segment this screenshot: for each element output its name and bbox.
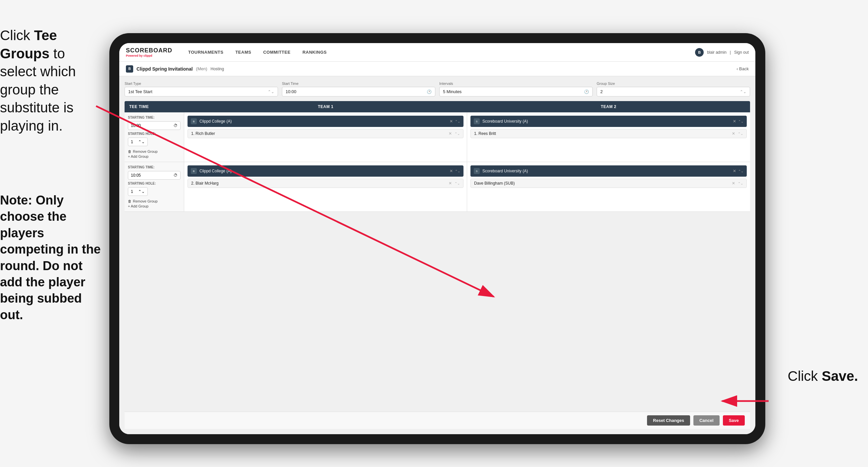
settings-row: Start Type 1st Tee Start ⌃⌄ Start Time 1… [125,82,750,96]
intervals-input[interactable]: 5 Minutes 🕐 [439,87,593,96]
group-2-actions: 🗑 Remove Group + Add Group [128,199,181,208]
hole-spinner-icon: ⌃⌄ [138,140,145,144]
group-1-team1-header[interactable]: B Clippd College (A) ✕ ⌃⌄ [187,116,464,127]
table-row: STARTING TIME: 10:00 ⏱ STARTING HOLE: 1 … [125,112,750,162]
group-1-starting-time-label: STARTING TIME: [128,116,181,119]
team2-arrows-icon[interactable]: ⌃⌄ [738,120,743,123]
group-1-time-input[interactable]: 10:00 ⏱ [128,121,181,130]
start-time-label: Start Time [282,82,435,86]
add-group-button[interactable]: + Add Group [128,154,181,158]
team2-remove-icon-2[interactable]: ✕ [733,169,736,173]
group-size-group: Group Size 2 ⌃⌄ [597,82,750,96]
footer-bar: Reset Changes Cancel Save [125,412,750,429]
user-name: blair admin [707,50,726,55]
sub-header-left: B Clippd Spring Invitational (Men) Hosti… [126,65,737,72]
group-1-starting-hole-label: STARTING HOLE: [128,132,181,136]
player3-arrows-icon[interactable]: ⌃⌄ [455,182,460,185]
team1-remove-icon-2[interactable]: ✕ [450,169,453,173]
start-type-spinner-icon: ⌃⌄ [268,89,274,94]
tablet-frame: SCOREBOARD Powered by clippd TOURNAMENTS… [109,33,765,444]
intervals-clock-icon: 🕐 [584,89,589,94]
save-button[interactable]: Save [723,415,745,426]
cancel-button[interactable]: Cancel [693,415,720,426]
team1-actions: ✕ ⌃⌄ [450,119,460,124]
player3-remove-icon[interactable]: ✕ [448,181,452,185]
nav-separator: | [730,50,731,55]
group-2-team2-player[interactable]: Dave Billingham (SUB) ✕ ⌃⌄ [470,179,747,188]
nav-right: B blair admin | Sign out [695,48,749,57]
group-2-time-input[interactable]: 10:05 ⏱ [128,171,181,180]
group-size-input[interactable]: 2 ⌃⌄ [597,87,750,96]
navbar: SCOREBOARD Powered by clippd TOURNAMENTS… [119,43,755,62]
group-1-hole-input[interactable]: 1 ⌃⌄ [128,138,148,146]
reset-changes-button[interactable]: Reset Changes [647,415,690,426]
tablet-screen: SCOREBOARD Powered by clippd TOURNAMENTS… [119,43,755,434]
tournament-gender: (Men) [196,66,207,71]
start-type-input[interactable]: 1st Tee Start ⌃⌄ [125,87,278,96]
note-text: Note: Only choose the players competing … [0,192,103,323]
trash-icon: 🗑 [128,149,131,153]
th-team1: Team 1 [184,101,467,112]
team2-actions: ✕ ⌃⌄ [733,119,743,124]
start-time-group: Start Time 10:00 🕐 [282,82,435,96]
group-2-team1-cell: B Clippd College (A) ✕ ⌃⌄ 2. Blair McHar… [184,162,467,211]
group-1-team1-cell: B Clippd College (A) ✕ ⌃⌄ 1. Rich Butler… [184,112,467,162]
group-2-team1-player[interactable]: 2. Blair McHarg ✕ ⌃⌄ [187,179,464,188]
tournament-name: Clippd Spring Invitational [136,66,193,71]
player2-remove-icon[interactable]: ✕ [732,131,735,136]
add-group-2-button[interactable]: + Add Group [128,204,181,208]
back-button[interactable]: ‹ Back [737,66,749,71]
nav-rankings[interactable]: RANKINGS [297,43,333,62]
remove-group-2-button[interactable]: 🗑 Remove Group [128,199,181,203]
team1-arrows-icon-2[interactable]: ⌃⌄ [455,169,460,173]
group-1-team1-player[interactable]: 1. Rich Butler ✕ ⌃⌄ [187,129,464,138]
group-1-team2-header[interactable]: S Scoreboard University (A) ✕ ⌃⌄ [470,116,747,127]
trash-icon-2: 🗑 [128,199,131,203]
group-2-starting-time-label: STARTING TIME: [128,166,181,169]
team2-remove-icon[interactable]: ✕ [733,119,736,124]
sub-header: B Clippd Spring Invitational (Men) Hosti… [119,62,755,76]
group-2-team2-header[interactable]: S Scoreboard University (A) ✕ ⌃⌄ [470,166,747,177]
player1-arrows-icon[interactable]: ⌃⌄ [455,132,460,136]
group-2-team2-name: Scoreboard University (A) [483,169,730,173]
team1-actions-2: ✕ ⌃⌄ [450,169,460,173]
hosting-badge: Hosting [211,67,224,71]
groups-container: STARTING TIME: 10:00 ⏱ STARTING HOLE: 1 … [125,112,750,412]
group-1-team2-cell: S Scoreboard University (A) ✕ ⌃⌄ 1. Rees… [467,112,750,162]
team1-remove-icon[interactable]: ✕ [450,119,453,124]
team2-badge-2: S [474,168,480,174]
main-content: Start Type 1st Tee Start ⌃⌄ Start Time 1… [119,76,755,434]
remove-group-button[interactable]: 🗑 Remove Group [128,149,181,153]
start-type-group: Start Type 1st Tee Start ⌃⌄ [125,82,278,96]
start-time-input[interactable]: 10:00 🕐 [282,87,435,96]
group-2-team1-header[interactable]: B Clippd College (A) ✕ ⌃⌄ [187,166,464,177]
team2-arrows-icon-2[interactable]: ⌃⌄ [738,169,743,173]
nav-links: TOURNAMENTS TEAMS COMMITTEE RANKINGS [182,43,695,62]
team1-badge-2: B [191,168,197,174]
player2-arrows-icon[interactable]: ⌃⌄ [738,132,743,136]
logo-powered: Powered by clippd [126,54,172,57]
group-2-hole-input[interactable]: 1 ⌃⌄ [128,187,148,196]
group-size-spinner-icon: ⌃⌄ [740,89,746,94]
tournament-badge: B [126,65,133,72]
group-1-team2-name: Scoreboard University (A) [483,119,730,124]
player4-remove-icon[interactable]: ✕ [732,181,735,185]
intervals-group: Intervals 5 Minutes 🕐 [439,82,593,96]
team1-arrows-icon[interactable]: ⌃⌄ [455,120,460,123]
group-2-left: STARTING TIME: 10:05 ⏱ STARTING HOLE: 1 … [125,162,184,211]
instruction-text: Click Tee Groups to select which group t… [0,27,103,135]
player4-arrows-icon[interactable]: ⌃⌄ [738,182,743,185]
group-1-team2-player[interactable]: 1. Rees Britt ✕ ⌃⌄ [470,129,747,138]
start-type-label: Start Type [125,82,278,86]
group-1-left: STARTING TIME: 10:00 ⏱ STARTING HOLE: 1 … [125,112,184,162]
nav-teams[interactable]: TEAMS [229,43,257,62]
player1-remove-icon[interactable]: ✕ [448,131,452,136]
group-1-team1-name: Clippd College (A) [199,119,447,124]
group-2-team2-cell: S Scoreboard University (A) ✕ ⌃⌄ Dave Bi… [467,162,750,211]
nav-committee[interactable]: COMMITTEE [257,43,297,62]
sign-out-link[interactable]: Sign out [734,50,749,55]
group-1-actions: 🗑 Remove Group + Add Group [128,149,181,158]
group-2-starting-hole-label: STARTING HOLE: [128,182,181,185]
nav-tournaments[interactable]: TOURNAMENTS [182,43,229,62]
time-clock-icon-2: ⏱ [174,173,178,178]
